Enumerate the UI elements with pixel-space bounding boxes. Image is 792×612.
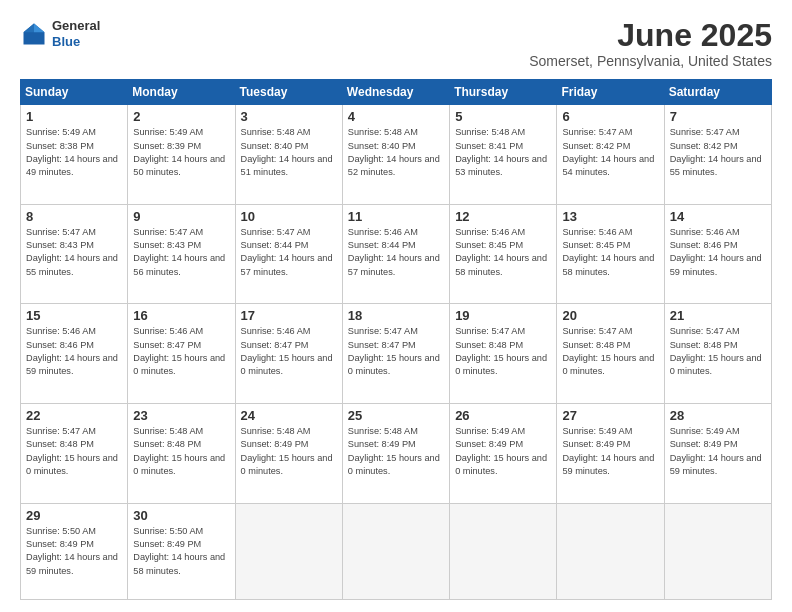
day-info: Sunrise: 5:50 AMSunset: 8:49 PMDaylight:…	[133, 525, 229, 578]
col-thursday: Thursday	[450, 80, 557, 105]
col-friday: Friday	[557, 80, 664, 105]
day-info: Sunrise: 5:49 AMSunset: 8:49 PMDaylight:…	[562, 425, 658, 478]
table-row: 22Sunrise: 5:47 AMSunset: 8:48 PMDayligh…	[21, 403, 128, 503]
day-number: 16	[133, 308, 229, 323]
day-number: 14	[670, 209, 766, 224]
day-number: 8	[26, 209, 122, 224]
table-row: 1Sunrise: 5:49 AMSunset: 8:38 PMDaylight…	[21, 105, 128, 205]
day-number: 15	[26, 308, 122, 323]
table-row: 20Sunrise: 5:47 AMSunset: 8:48 PMDayligh…	[557, 304, 664, 404]
logo-general: General	[52, 18, 100, 34]
table-row	[557, 503, 664, 599]
table-row: 2Sunrise: 5:49 AMSunset: 8:39 PMDaylight…	[128, 105, 235, 205]
table-row: 24Sunrise: 5:48 AMSunset: 8:49 PMDayligh…	[235, 403, 342, 503]
table-row: 21Sunrise: 5:47 AMSunset: 8:48 PMDayligh…	[664, 304, 771, 404]
day-number: 9	[133, 209, 229, 224]
calendar-week-row: 1Sunrise: 5:49 AMSunset: 8:38 PMDaylight…	[21, 105, 772, 205]
table-row: 17Sunrise: 5:46 AMSunset: 8:47 PMDayligh…	[235, 304, 342, 404]
location: Somerset, Pennsylvania, United States	[529, 53, 772, 69]
page: General Blue June 2025 Somerset, Pennsyl…	[0, 0, 792, 612]
table-row: 29Sunrise: 5:50 AMSunset: 8:49 PMDayligh…	[21, 503, 128, 599]
day-info: Sunrise: 5:50 AMSunset: 8:49 PMDaylight:…	[26, 525, 122, 578]
calendar: Sunday Monday Tuesday Wednesday Thursday…	[20, 79, 772, 600]
calendar-week-row: 29Sunrise: 5:50 AMSunset: 8:49 PMDayligh…	[21, 503, 772, 599]
day-number: 27	[562, 408, 658, 423]
table-row: 19Sunrise: 5:47 AMSunset: 8:48 PMDayligh…	[450, 304, 557, 404]
day-number: 13	[562, 209, 658, 224]
table-row: 11Sunrise: 5:46 AMSunset: 8:44 PMDayligh…	[342, 204, 449, 304]
day-info: Sunrise: 5:49 AMSunset: 8:38 PMDaylight:…	[26, 126, 122, 179]
day-info: Sunrise: 5:46 AMSunset: 8:45 PMDaylight:…	[455, 226, 551, 279]
table-row	[342, 503, 449, 599]
day-info: Sunrise: 5:47 AMSunset: 8:42 PMDaylight:…	[670, 126, 766, 179]
table-row: 7Sunrise: 5:47 AMSunset: 8:42 PMDaylight…	[664, 105, 771, 205]
day-number: 12	[455, 209, 551, 224]
day-info: Sunrise: 5:47 AMSunset: 8:43 PMDaylight:…	[26, 226, 122, 279]
day-number: 5	[455, 109, 551, 124]
col-sunday: Sunday	[21, 80, 128, 105]
day-info: Sunrise: 5:46 AMSunset: 8:45 PMDaylight:…	[562, 226, 658, 279]
day-info: Sunrise: 5:49 AMSunset: 8:39 PMDaylight:…	[133, 126, 229, 179]
day-info: Sunrise: 5:47 AMSunset: 8:48 PMDaylight:…	[455, 325, 551, 378]
table-row: 10Sunrise: 5:47 AMSunset: 8:44 PMDayligh…	[235, 204, 342, 304]
table-row: 5Sunrise: 5:48 AMSunset: 8:41 PMDaylight…	[450, 105, 557, 205]
day-info: Sunrise: 5:48 AMSunset: 8:48 PMDaylight:…	[133, 425, 229, 478]
day-info: Sunrise: 5:48 AMSunset: 8:40 PMDaylight:…	[348, 126, 444, 179]
logo: General Blue	[20, 18, 100, 49]
table-row: 6Sunrise: 5:47 AMSunset: 8:42 PMDaylight…	[557, 105, 664, 205]
month-year: June 2025	[529, 18, 772, 53]
day-number: 10	[241, 209, 337, 224]
col-monday: Monday	[128, 80, 235, 105]
day-number: 6	[562, 109, 658, 124]
calendar-header-row: Sunday Monday Tuesday Wednesday Thursday…	[21, 80, 772, 105]
table-row	[235, 503, 342, 599]
logo-blue: Blue	[52, 34, 100, 50]
table-row: 12Sunrise: 5:46 AMSunset: 8:45 PMDayligh…	[450, 204, 557, 304]
calendar-body: 1Sunrise: 5:49 AMSunset: 8:38 PMDaylight…	[21, 105, 772, 600]
table-row	[664, 503, 771, 599]
day-info: Sunrise: 5:48 AMSunset: 8:49 PMDaylight:…	[348, 425, 444, 478]
day-number: 21	[670, 308, 766, 323]
day-number: 25	[348, 408, 444, 423]
table-row: 8Sunrise: 5:47 AMSunset: 8:43 PMDaylight…	[21, 204, 128, 304]
header: General Blue June 2025 Somerset, Pennsyl…	[20, 18, 772, 69]
day-number: 29	[26, 508, 122, 523]
day-info: Sunrise: 5:47 AMSunset: 8:48 PMDaylight:…	[562, 325, 658, 378]
day-info: Sunrise: 5:47 AMSunset: 8:47 PMDaylight:…	[348, 325, 444, 378]
day-info: Sunrise: 5:47 AMSunset: 8:48 PMDaylight:…	[26, 425, 122, 478]
table-row: 28Sunrise: 5:49 AMSunset: 8:49 PMDayligh…	[664, 403, 771, 503]
day-info: Sunrise: 5:48 AMSunset: 8:49 PMDaylight:…	[241, 425, 337, 478]
table-row: 23Sunrise: 5:48 AMSunset: 8:48 PMDayligh…	[128, 403, 235, 503]
day-info: Sunrise: 5:47 AMSunset: 8:48 PMDaylight:…	[670, 325, 766, 378]
svg-marker-2	[24, 23, 35, 32]
table-row: 9Sunrise: 5:47 AMSunset: 8:43 PMDaylight…	[128, 204, 235, 304]
day-info: Sunrise: 5:47 AMSunset: 8:43 PMDaylight:…	[133, 226, 229, 279]
table-row	[450, 503, 557, 599]
day-info: Sunrise: 5:49 AMSunset: 8:49 PMDaylight:…	[670, 425, 766, 478]
col-saturday: Saturday	[664, 80, 771, 105]
table-row: 30Sunrise: 5:50 AMSunset: 8:49 PMDayligh…	[128, 503, 235, 599]
logo-icon	[20, 20, 48, 48]
table-row: 25Sunrise: 5:48 AMSunset: 8:49 PMDayligh…	[342, 403, 449, 503]
day-info: Sunrise: 5:46 AMSunset: 8:44 PMDaylight:…	[348, 226, 444, 279]
day-number: 3	[241, 109, 337, 124]
day-info: Sunrise: 5:46 AMSunset: 8:47 PMDaylight:…	[241, 325, 337, 378]
title-block: June 2025 Somerset, Pennsylvania, United…	[529, 18, 772, 69]
day-number: 24	[241, 408, 337, 423]
table-row: 26Sunrise: 5:49 AMSunset: 8:49 PMDayligh…	[450, 403, 557, 503]
col-tuesday: Tuesday	[235, 80, 342, 105]
calendar-week-row: 22Sunrise: 5:47 AMSunset: 8:48 PMDayligh…	[21, 403, 772, 503]
calendar-week-row: 8Sunrise: 5:47 AMSunset: 8:43 PMDaylight…	[21, 204, 772, 304]
svg-marker-1	[34, 23, 45, 32]
day-number: 22	[26, 408, 122, 423]
day-info: Sunrise: 5:46 AMSunset: 8:46 PMDaylight:…	[26, 325, 122, 378]
day-info: Sunrise: 5:47 AMSunset: 8:42 PMDaylight:…	[562, 126, 658, 179]
day-info: Sunrise: 5:46 AMSunset: 8:47 PMDaylight:…	[133, 325, 229, 378]
day-info: Sunrise: 5:46 AMSunset: 8:46 PMDaylight:…	[670, 226, 766, 279]
col-wednesday: Wednesday	[342, 80, 449, 105]
day-number: 26	[455, 408, 551, 423]
table-row: 18Sunrise: 5:47 AMSunset: 8:47 PMDayligh…	[342, 304, 449, 404]
day-number: 19	[455, 308, 551, 323]
day-number: 20	[562, 308, 658, 323]
day-number: 7	[670, 109, 766, 124]
